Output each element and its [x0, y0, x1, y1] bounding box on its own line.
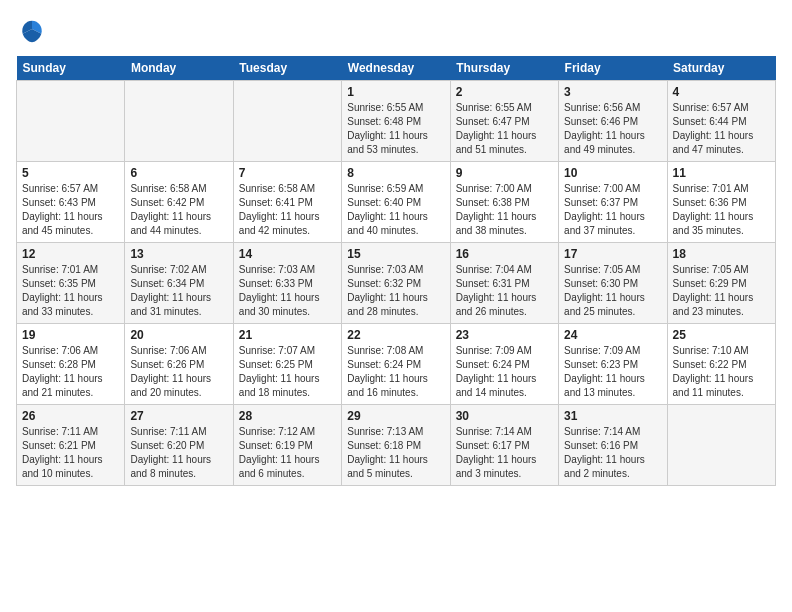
calendar-cell: 17Sunrise: 7:05 AM Sunset: 6:30 PM Dayli…: [559, 243, 667, 324]
calendar-week-row: 26Sunrise: 7:11 AM Sunset: 6:21 PM Dayli…: [17, 405, 776, 486]
day-number: 7: [239, 166, 336, 180]
day-number: 25: [673, 328, 770, 342]
calendar-cell: 6Sunrise: 6:58 AM Sunset: 6:42 PM Daylig…: [125, 162, 233, 243]
calendar-cell: 19Sunrise: 7:06 AM Sunset: 6:28 PM Dayli…: [17, 324, 125, 405]
calendar-week-row: 12Sunrise: 7:01 AM Sunset: 6:35 PM Dayli…: [17, 243, 776, 324]
day-info: Sunrise: 7:13 AM Sunset: 6:18 PM Dayligh…: [347, 425, 444, 481]
day-info: Sunrise: 7:03 AM Sunset: 6:33 PM Dayligh…: [239, 263, 336, 319]
day-number: 30: [456, 409, 553, 423]
day-info: Sunrise: 7:04 AM Sunset: 6:31 PM Dayligh…: [456, 263, 553, 319]
day-number: 6: [130, 166, 227, 180]
day-number: 23: [456, 328, 553, 342]
day-number: 13: [130, 247, 227, 261]
day-number: 14: [239, 247, 336, 261]
day-header-saturday: Saturday: [667, 56, 775, 81]
calendar-cell: 16Sunrise: 7:04 AM Sunset: 6:31 PM Dayli…: [450, 243, 558, 324]
day-info: Sunrise: 6:56 AM Sunset: 6:46 PM Dayligh…: [564, 101, 661, 157]
calendar-cell: 30Sunrise: 7:14 AM Sunset: 6:17 PM Dayli…: [450, 405, 558, 486]
day-info: Sunrise: 7:06 AM Sunset: 6:26 PM Dayligh…: [130, 344, 227, 400]
calendar-cell: 15Sunrise: 7:03 AM Sunset: 6:32 PM Dayli…: [342, 243, 450, 324]
day-info: Sunrise: 7:14 AM Sunset: 6:17 PM Dayligh…: [456, 425, 553, 481]
calendar-week-row: 5Sunrise: 6:57 AM Sunset: 6:43 PM Daylig…: [17, 162, 776, 243]
day-info: Sunrise: 7:00 AM Sunset: 6:37 PM Dayligh…: [564, 182, 661, 238]
calendar-header-row: SundayMondayTuesdayWednesdayThursdayFrid…: [17, 56, 776, 81]
day-info: Sunrise: 6:57 AM Sunset: 6:43 PM Dayligh…: [22, 182, 119, 238]
day-number: 29: [347, 409, 444, 423]
calendar-cell: 9Sunrise: 7:00 AM Sunset: 6:38 PM Daylig…: [450, 162, 558, 243]
day-number: 28: [239, 409, 336, 423]
day-info: Sunrise: 7:02 AM Sunset: 6:34 PM Dayligh…: [130, 263, 227, 319]
day-number: 26: [22, 409, 119, 423]
calendar-cell: 4Sunrise: 6:57 AM Sunset: 6:44 PM Daylig…: [667, 81, 775, 162]
day-header-sunday: Sunday: [17, 56, 125, 81]
day-number: 8: [347, 166, 444, 180]
day-number: 10: [564, 166, 661, 180]
day-info: Sunrise: 6:59 AM Sunset: 6:40 PM Dayligh…: [347, 182, 444, 238]
calendar-cell: 25Sunrise: 7:10 AM Sunset: 6:22 PM Dayli…: [667, 324, 775, 405]
day-number: 21: [239, 328, 336, 342]
calendar-cell: 12Sunrise: 7:01 AM Sunset: 6:35 PM Dayli…: [17, 243, 125, 324]
day-info: Sunrise: 7:10 AM Sunset: 6:22 PM Dayligh…: [673, 344, 770, 400]
calendar-cell: [667, 405, 775, 486]
day-info: Sunrise: 7:00 AM Sunset: 6:38 PM Dayligh…: [456, 182, 553, 238]
day-info: Sunrise: 7:01 AM Sunset: 6:35 PM Dayligh…: [22, 263, 119, 319]
day-number: 24: [564, 328, 661, 342]
day-info: Sunrise: 7:11 AM Sunset: 6:21 PM Dayligh…: [22, 425, 119, 481]
calendar-cell: 8Sunrise: 6:59 AM Sunset: 6:40 PM Daylig…: [342, 162, 450, 243]
logo-icon: [18, 16, 46, 44]
day-number: 20: [130, 328, 227, 342]
day-info: Sunrise: 7:01 AM Sunset: 6:36 PM Dayligh…: [673, 182, 770, 238]
day-header-wednesday: Wednesday: [342, 56, 450, 81]
calendar-cell: 23Sunrise: 7:09 AM Sunset: 6:24 PM Dayli…: [450, 324, 558, 405]
calendar-cell: 22Sunrise: 7:08 AM Sunset: 6:24 PM Dayli…: [342, 324, 450, 405]
calendar-cell: 28Sunrise: 7:12 AM Sunset: 6:19 PM Dayli…: [233, 405, 341, 486]
calendar-cell: 14Sunrise: 7:03 AM Sunset: 6:33 PM Dayli…: [233, 243, 341, 324]
day-info: Sunrise: 7:11 AM Sunset: 6:20 PM Dayligh…: [130, 425, 227, 481]
day-info: Sunrise: 7:06 AM Sunset: 6:28 PM Dayligh…: [22, 344, 119, 400]
day-info: Sunrise: 7:08 AM Sunset: 6:24 PM Dayligh…: [347, 344, 444, 400]
calendar-week-row: 19Sunrise: 7:06 AM Sunset: 6:28 PM Dayli…: [17, 324, 776, 405]
calendar-cell: 27Sunrise: 7:11 AM Sunset: 6:20 PM Dayli…: [125, 405, 233, 486]
day-header-monday: Monday: [125, 56, 233, 81]
calendar-cell: 11Sunrise: 7:01 AM Sunset: 6:36 PM Dayli…: [667, 162, 775, 243]
calendar-cell: [17, 81, 125, 162]
calendar-cell: 13Sunrise: 7:02 AM Sunset: 6:34 PM Dayli…: [125, 243, 233, 324]
calendar-cell: 7Sunrise: 6:58 AM Sunset: 6:41 PM Daylig…: [233, 162, 341, 243]
calendar-cell: [125, 81, 233, 162]
calendar-cell: 29Sunrise: 7:13 AM Sunset: 6:18 PM Dayli…: [342, 405, 450, 486]
day-info: Sunrise: 6:58 AM Sunset: 6:42 PM Dayligh…: [130, 182, 227, 238]
calendar-week-row: 1Sunrise: 6:55 AM Sunset: 6:48 PM Daylig…: [17, 81, 776, 162]
day-info: Sunrise: 6:57 AM Sunset: 6:44 PM Dayligh…: [673, 101, 770, 157]
day-info: Sunrise: 6:55 AM Sunset: 6:48 PM Dayligh…: [347, 101, 444, 157]
day-number: 3: [564, 85, 661, 99]
day-number: 12: [22, 247, 119, 261]
calendar-cell: 31Sunrise: 7:14 AM Sunset: 6:16 PM Dayli…: [559, 405, 667, 486]
day-info: Sunrise: 7:09 AM Sunset: 6:24 PM Dayligh…: [456, 344, 553, 400]
day-info: Sunrise: 7:14 AM Sunset: 6:16 PM Dayligh…: [564, 425, 661, 481]
day-header-friday: Friday: [559, 56, 667, 81]
calendar-cell: [233, 81, 341, 162]
day-number: 27: [130, 409, 227, 423]
calendar-cell: 24Sunrise: 7:09 AM Sunset: 6:23 PM Dayli…: [559, 324, 667, 405]
day-number: 9: [456, 166, 553, 180]
day-info: Sunrise: 7:12 AM Sunset: 6:19 PM Dayligh…: [239, 425, 336, 481]
calendar-cell: 21Sunrise: 7:07 AM Sunset: 6:25 PM Dayli…: [233, 324, 341, 405]
day-info: Sunrise: 6:55 AM Sunset: 6:47 PM Dayligh…: [456, 101, 553, 157]
calendar-cell: 3Sunrise: 6:56 AM Sunset: 6:46 PM Daylig…: [559, 81, 667, 162]
day-info: Sunrise: 6:58 AM Sunset: 6:41 PM Dayligh…: [239, 182, 336, 238]
day-number: 18: [673, 247, 770, 261]
day-header-thursday: Thursday: [450, 56, 558, 81]
day-info: Sunrise: 7:07 AM Sunset: 6:25 PM Dayligh…: [239, 344, 336, 400]
day-number: 16: [456, 247, 553, 261]
calendar-table: SundayMondayTuesdayWednesdayThursdayFrid…: [16, 56, 776, 486]
day-number: 1: [347, 85, 444, 99]
day-header-tuesday: Tuesday: [233, 56, 341, 81]
day-info: Sunrise: 7:03 AM Sunset: 6:32 PM Dayligh…: [347, 263, 444, 319]
day-number: 15: [347, 247, 444, 261]
day-info: Sunrise: 7:05 AM Sunset: 6:30 PM Dayligh…: [564, 263, 661, 319]
day-number: 22: [347, 328, 444, 342]
calendar-cell: 26Sunrise: 7:11 AM Sunset: 6:21 PM Dayli…: [17, 405, 125, 486]
logo: [16, 16, 46, 48]
calendar-cell: 18Sunrise: 7:05 AM Sunset: 6:29 PM Dayli…: [667, 243, 775, 324]
calendar-cell: 1Sunrise: 6:55 AM Sunset: 6:48 PM Daylig…: [342, 81, 450, 162]
